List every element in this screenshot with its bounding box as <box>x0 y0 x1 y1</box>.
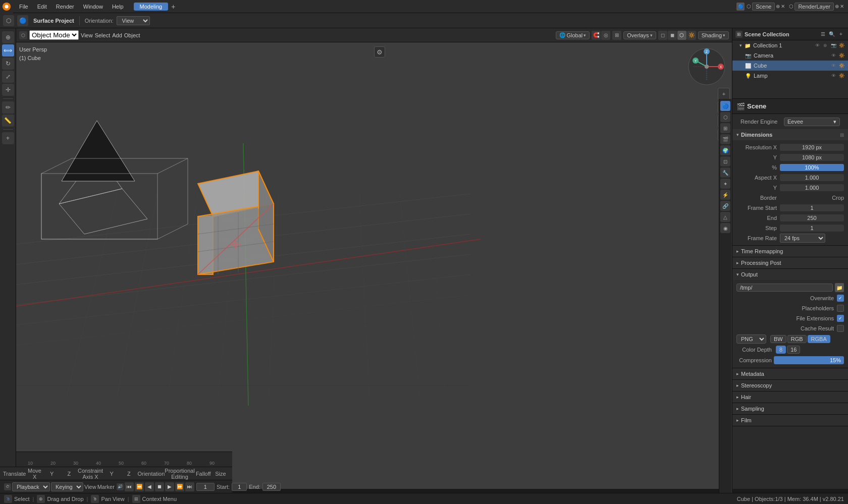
viewport-add-menu[interactable]: Add <box>112 32 122 38</box>
toolbar-cursor[interactable]: ⊕ <box>2 31 14 43</box>
menu-window[interactable]: Window <box>79 3 107 11</box>
playback-select[interactable]: Playback <box>12 482 50 491</box>
mute-btn[interactable]: 🔊 <box>117 483 124 490</box>
object-mode-select[interactable]: Object Mode Edit Mode <box>29 30 79 40</box>
res-x-value[interactable]: 1920 px <box>780 144 844 151</box>
snap-btn[interactable]: 🧲 <box>592 31 601 40</box>
toolbar-annotate[interactable]: ✏ <box>2 101 14 114</box>
viewport-object-menu[interactable]: Object <box>124 32 140 38</box>
zoom-in-btn[interactable]: + <box>718 88 730 100</box>
metadata-header[interactable]: ▸ Metadata <box>732 368 848 379</box>
workspace-modeling[interactable]: Modeling <box>134 3 169 11</box>
prop-tab-material[interactable]: ◉ <box>720 223 730 233</box>
active-tool-icon[interactable]: 🔵 <box>17 15 28 26</box>
prop-tab-object[interactable]: ⊡ <box>720 156 730 166</box>
start-frame-input[interactable] <box>232 483 247 491</box>
frame-start-value[interactable]: 1 <box>780 204 844 211</box>
percent-value[interactable]: 100% <box>780 164 844 171</box>
shading-dropdown[interactable]: Shading ▾ <box>698 31 729 39</box>
aspect-x-value[interactable]: 1.000 <box>780 174 844 181</box>
prop-tab-output[interactable]: ⬡ <box>720 112 730 122</box>
eye-icon-c1[interactable]: 👁 <box>814 42 821 49</box>
outliner-camera[interactable]: 📷 Camera 👁 🔆 <box>732 50 848 61</box>
bw-btn[interactable]: BW <box>770 335 786 343</box>
output-path-browse-btn[interactable]: 📁 <box>835 283 844 292</box>
time-remapping-header[interactable]: ▸ Time Remapping <box>732 246 848 257</box>
jump-end-btn[interactable]: ⏭ <box>185 482 194 491</box>
outliner-collection1[interactable]: ▾ 📁 Collection 1 👁 ⊕ 📷 🔆 <box>732 40 848 50</box>
end-frame-input[interactable] <box>262 483 281 491</box>
render-engine-select[interactable]: Eevee ▾ <box>784 118 840 126</box>
film-header[interactable]: ▸ Film <box>732 415 848 426</box>
post-processing-header[interactable]: ▸ Processing Post <box>732 257 848 268</box>
stop-btn[interactable]: ⏹ <box>155 482 164 491</box>
orientation-select[interactable]: View Global Local <box>117 16 150 25</box>
prop-tab-world[interactable]: 🌍 <box>720 145 730 155</box>
toolbar-icon-btn[interactable]: ⬡ <box>3 15 14 26</box>
eye-icon-cam[interactable]: 👁 <box>830 52 837 59</box>
stereoscopy-header[interactable]: ▸ Stereoscopy <box>732 380 848 391</box>
global-select[interactable]: 🌐 Global ▾ <box>556 31 590 39</box>
toolbar-rotate[interactable]: ↻ <box>2 58 14 70</box>
sampling-header[interactable]: ▸ Sampling <box>732 403 848 414</box>
rgb-btn[interactable]: RGB <box>787 335 807 343</box>
playback-type-icon[interactable]: ⏱ <box>4 483 11 490</box>
depth-8-btn[interactable]: 8 <box>776 346 786 354</box>
blender-icon[interactable] <box>0 0 13 13</box>
eye-icon-lamp[interactable]: 👁 <box>830 72 837 79</box>
jump-start-btn[interactable]: ⏮ <box>125 482 134 491</box>
render-icon-cam[interactable]: 🔆 <box>838 52 845 59</box>
render-icon-lamp[interactable]: 🔆 <box>838 72 845 79</box>
collection-expand[interactable]: ▾ <box>739 43 742 48</box>
output-path-input[interactable] <box>736 284 833 292</box>
prop-tab-data[interactable]: △ <box>720 212 730 222</box>
render-layer-name[interactable]: RenderLayer <box>794 3 834 11</box>
menu-file[interactable]: File <box>15 3 32 11</box>
prop-tab-physics[interactable]: ⚡ <box>720 190 730 200</box>
menu-help[interactable]: Help <box>108 3 128 11</box>
viewport-select-menu[interactable]: Select <box>95 32 111 38</box>
end-value[interactable]: 250 <box>780 214 844 221</box>
scene-name[interactable]: Scene <box>752 3 775 11</box>
res-y-value[interactable]: 1080 px <box>780 154 844 161</box>
placeholders-checkbox[interactable] <box>837 305 844 312</box>
outliner-filter-icon[interactable]: ☰ <box>819 30 827 38</box>
shading-render-icon[interactable]: 🔆 <box>687 31 696 40</box>
overlays-btn[interactable]: Overlays ▾ <box>623 31 656 39</box>
prev-frame-btn[interactable]: ⏪ <box>135 482 144 491</box>
outliner-lamp[interactable]: 💡 Lamp 👁 🔆 <box>732 71 848 81</box>
prop-tab-view-layer[interactable]: ⊞ <box>720 123 730 133</box>
proportional-btn[interactable]: ◎ <box>601 31 610 40</box>
current-frame-input[interactable] <box>196 483 215 491</box>
shading-material-icon[interactable]: ⬡ <box>677 31 686 40</box>
aspect-y-value[interactable]: 1.000 <box>780 184 844 191</box>
viewport-gear-btn[interactable]: ⚙ <box>374 46 385 58</box>
marker-menu[interactable]: Marker <box>97 484 115 490</box>
play-btn[interactable]: ▶ <box>165 482 174 491</box>
cursor-icon-c1[interactable]: ⊕ <box>822 42 829 49</box>
hair-header[interactable]: ▸ Hair <box>732 391 848 403</box>
scene-close-icon[interactable]: ✕ <box>781 4 785 9</box>
toolbar-measure[interactable]: 📏 <box>2 115 14 127</box>
toolbar-transform[interactable]: ✛ <box>2 84 14 96</box>
camera-icon-c1[interactable]: 📷 <box>830 42 837 49</box>
menu-render[interactable]: Render <box>52 3 78 11</box>
main-viewport[interactable]: User Persp (1) Cube ⚙ Z <box>16 42 732 489</box>
play-reverse-btn[interactable]: ◀ <box>145 482 154 491</box>
render-layer-close-icon[interactable]: ✕ <box>840 4 844 9</box>
prop-tab-constraints[interactable]: 🔗 <box>720 201 730 211</box>
compression-slider[interactable]: 15% <box>774 356 844 364</box>
render-icon-c1[interactable]: 🔆 <box>838 42 845 49</box>
shading-solid-icon[interactable]: ◼ <box>668 31 677 40</box>
format-select[interactable]: PNG JPEG EXR <box>736 334 766 344</box>
editor-icon-1[interactable]: ⊞ <box>612 31 621 40</box>
file-ext-checkbox[interactable]: ✓ <box>837 315 844 322</box>
prop-tab-modifier[interactable]: 🔧 <box>720 167 730 178</box>
viewport-view-menu[interactable]: View <box>81 32 93 38</box>
overwrite-checkbox[interactable]: ✓ <box>837 295 844 302</box>
eye-icon-cube[interactable]: 👁 <box>830 62 837 69</box>
prop-tab-render[interactable]: 🔵 <box>720 101 730 111</box>
cache-result-checkbox[interactable] <box>837 325 844 332</box>
nav-gizmo[interactable]: Z X Y <box>686 46 727 87</box>
step-value[interactable]: 1 <box>780 225 844 232</box>
